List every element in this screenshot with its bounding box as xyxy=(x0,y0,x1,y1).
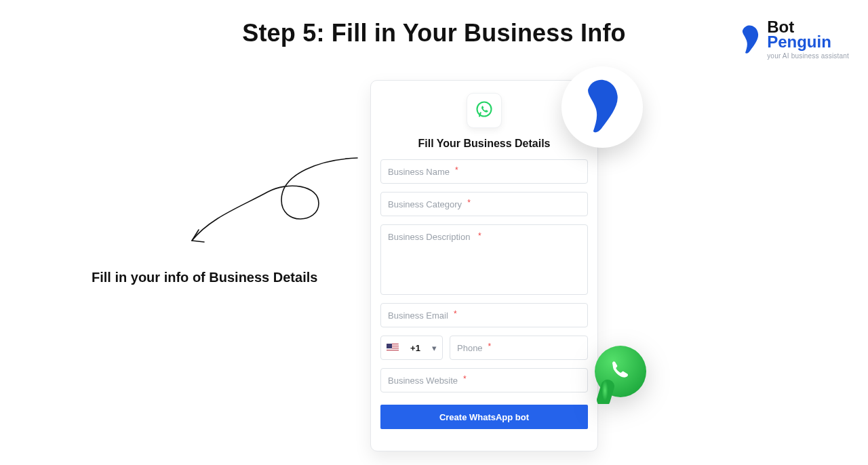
required-mark: * xyxy=(455,165,458,175)
card-title: Fill Your Business Details xyxy=(418,138,550,150)
card-header: Fill Your Business Details xyxy=(380,93,588,150)
page-title: Step 5: Fill in Your Business Info xyxy=(0,19,868,47)
brand-logo: Bot Penguin your AI business assistant xyxy=(738,19,849,60)
whatsapp-chip xyxy=(467,93,502,128)
business-category-placeholder: Business Category xyxy=(388,199,462,209)
business-description-input[interactable]: Business Description * xyxy=(380,224,588,295)
brand-tagline: your AI business assistant xyxy=(767,53,849,60)
dial-code: +1 xyxy=(410,343,420,353)
whatsapp-bubble xyxy=(590,343,651,404)
brand-text: Bot Penguin your AI business assistant xyxy=(767,19,849,60)
whatsapp-icon xyxy=(590,395,651,406)
business-description-placeholder: Business Description xyxy=(388,232,470,242)
required-mark: * xyxy=(467,198,471,207)
create-whatsapp-bot-button[interactable]: Create WhatsApp bot xyxy=(380,405,588,429)
brand-line2: Penguin xyxy=(767,34,849,50)
required-mark: * xyxy=(488,342,492,351)
whatsapp-icon xyxy=(475,100,494,121)
business-name-placeholder: Business Name xyxy=(388,167,450,177)
us-flag-icon xyxy=(387,344,399,352)
business-email-input[interactable]: Business Email * xyxy=(380,303,588,327)
business-website-placeholder: Business Website xyxy=(388,376,458,386)
business-category-input[interactable]: Business Category * xyxy=(380,192,588,216)
penguin-icon xyxy=(580,77,624,137)
dial-code-select[interactable]: +1 ▾ xyxy=(380,336,443,360)
business-website-input[interactable]: Business Website * xyxy=(380,368,588,392)
stage: Step 5: Fill in Your Business Info Bot P… xyxy=(0,0,868,465)
required-mark: * xyxy=(463,374,467,384)
phone-placeholder: Phone xyxy=(457,343,483,353)
chevron-down-icon: ▾ xyxy=(432,343,437,353)
svg-point-0 xyxy=(477,102,492,117)
brand-coin xyxy=(561,66,643,148)
business-details-card: Fill Your Business Details Business Name… xyxy=(370,80,598,451)
required-mark: * xyxy=(454,309,457,319)
annotation-arrow xyxy=(180,153,363,261)
annotation-text: Fill in your info of Business Details xyxy=(92,270,317,285)
business-email-placeholder: Business Email xyxy=(388,310,448,321)
phone-row: +1 ▾ Phone * xyxy=(380,336,588,360)
business-name-input[interactable]: Business Name * xyxy=(380,159,588,184)
penguin-icon xyxy=(738,24,762,54)
required-mark: * xyxy=(478,231,481,241)
phone-input[interactable]: Phone * xyxy=(450,336,588,360)
business-form: Business Name * Business Category * Busi… xyxy=(380,159,588,429)
